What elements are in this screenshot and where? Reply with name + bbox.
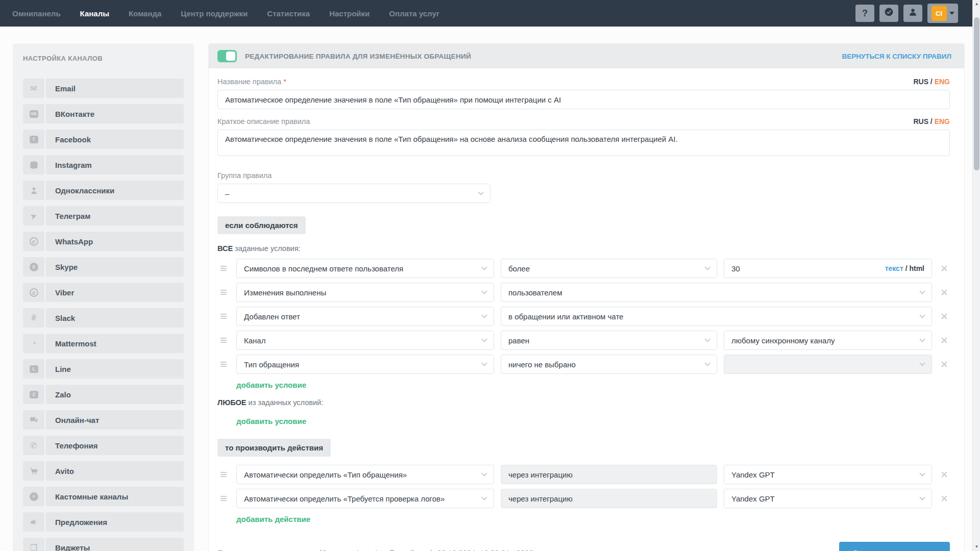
drag-handle-icon[interactable]: ≡ — [217, 263, 230, 273]
sidebar-item-avito[interactable]: Avito — [23, 461, 184, 481]
sidebar-item-mattermost[interactable]: ◔ Mattermost — [23, 334, 184, 353]
sidebar-item-telegram[interactable]: ➤ Телеграм — [23, 206, 184, 226]
sidebar-item-telephony[interactable]: ✆ Телефония — [23, 436, 184, 455]
sidebar-item-line[interactable]: L Line — [23, 359, 184, 379]
sidebar-item-offers[interactable]: Предложения — [23, 512, 184, 532]
channel-list: ✉ Email VK ВКонтакте f Facebook Instagra… — [23, 79, 184, 551]
lang-rus[interactable]: RUS — [913, 117, 928, 126]
cancel-link[interactable]: отменить — [789, 548, 825, 551]
condition-operator-select[interactable]: ничего не выбрано — [501, 355, 717, 374]
drag-handle-icon[interactable]: ≡ — [217, 359, 230, 369]
scroll-up-arrow[interactable]: ▲ — [973, 0, 980, 8]
remove-condition-button[interactable]: ✕ — [939, 263, 950, 274]
channels-sidebar: НАСТРОЙКА КАНАЛОВ ✉ Email VK ВКонтакте f… — [13, 43, 194, 551]
sidebar-item-odnoklassniki[interactable]: Одноклассники — [23, 181, 184, 200]
drag-handle-icon[interactable]: ≡ — [217, 335, 230, 345]
drag-handle-icon[interactable]: ≡ — [217, 311, 230, 321]
verified-button[interactable] — [879, 5, 898, 22]
user-button[interactable] — [903, 5, 922, 22]
back-to-rules-link[interactable]: ВЕРНУТЬСЯ К СПИСКУ ПРАВИЛ — [842, 53, 951, 60]
html-mode-active: html — [909, 264, 924, 272]
sidebar-item-email[interactable]: ✉ Email — [23, 79, 184, 98]
lang-rus[interactable]: RUS — [913, 78, 928, 86]
nav-item-statistics[interactable]: Статистика — [267, 9, 310, 18]
sidebar-item-label: Skype — [46, 257, 184, 277]
drag-handle-icon[interactable]: ≡ — [217, 493, 230, 504]
sidebar-item-widgets[interactable]: ❒ Виджеты — [23, 538, 184, 551]
help-button[interactable]: ? — [855, 5, 874, 22]
chevron-down-icon — [481, 312, 487, 318]
sidebar-item-vkontakte[interactable]: VK ВКонтакте — [23, 104, 184, 123]
scroll-down-arrow[interactable]: ▼ — [973, 543, 980, 551]
sidebar-item-instagram[interactable]: Instagram — [23, 155, 184, 174]
condition-field-select[interactable]: Тип обращения — [236, 355, 494, 374]
skype-icon: S — [23, 257, 44, 277]
chevron-down-icon — [481, 470, 487, 476]
sidebar-item-custom-channels[interactable]: + Кастомные каналы — [23, 487, 184, 506]
sidebar-item-viber[interactable]: ✆ Viber — [23, 283, 184, 302]
sidebar-item-skype[interactable]: S Skype — [23, 257, 184, 277]
rule-name-input[interactable]: Автоматическое определение значения в по… — [217, 90, 950, 109]
nav-item-team[interactable]: Команда — [129, 9, 161, 18]
lang-eng[interactable]: ENG — [935, 117, 950, 126]
sidebar-item-whatsapp[interactable]: ✆ WhatsApp — [23, 232, 184, 251]
rule-enabled-toggle[interactable] — [217, 50, 237, 62]
condition-operator-select[interactable]: более — [501, 259, 717, 278]
account-menu-button[interactable]: CI — [927, 4, 958, 23]
condition-value-select[interactable]: любому синхронному каналу — [724, 331, 932, 350]
condition-value-input[interactable]: 30текст / html — [724, 259, 932, 278]
nav-item-omnipanel[interactable]: Омнипанель — [12, 9, 61, 18]
zalo-icon: Z — [23, 385, 44, 404]
lang-eng[interactable]: ENG — [935, 78, 950, 86]
remove-action-button[interactable]: ✕ — [939, 493, 950, 505]
email-icon: ✉ — [23, 79, 44, 98]
text-mode-link[interactable]: текст — [885, 264, 903, 272]
sidebar-item-facebook[interactable]: f Facebook — [23, 130, 184, 149]
sidebar-item-label: WhatsApp — [46, 232, 184, 251]
sidebar-item-label: Онлайн-чат — [46, 410, 184, 430]
value-mode-switch: текст / html — [885, 264, 924, 272]
condition-field-select[interactable]: Изменения выполнены — [236, 283, 494, 302]
sidebar-item-slack[interactable]: # Slack — [23, 308, 184, 328]
condition-operator-select[interactable]: равен — [501, 331, 717, 350]
action-select[interactable]: Автоматически определить «Требуется пров… — [236, 489, 494, 508]
rule-group-select[interactable]: – — [217, 184, 491, 203]
rule-description-input[interactable]: Автоматическое определение значения в по… — [217, 130, 950, 156]
condition-operator-select[interactable]: в обращении или активном чате — [501, 307, 932, 326]
condition-field-select[interactable]: Канал — [236, 331, 494, 350]
action-integration-select[interactable]: Yandex GPT — [724, 489, 932, 508]
if-conditions-badge: если соблюдаются — [217, 216, 306, 234]
add-condition-link[interactable]: добавить условие — [236, 381, 306, 389]
scrollbar-thumb[interactable] — [974, 17, 979, 170]
remove-condition-button[interactable]: ✕ — [939, 359, 950, 370]
help-icon: ? — [862, 8, 868, 19]
nav-item-support-center[interactable]: Центр поддержки — [181, 9, 248, 18]
remove-condition-button[interactable]: ✕ — [939, 335, 950, 346]
nav-item-settings[interactable]: Настройки — [329, 9, 370, 18]
add-condition-link[interactable]: добавить условие — [236, 417, 306, 425]
remove-condition-button[interactable]: ✕ — [939, 287, 950, 298]
condition-operator-select[interactable]: пользователем — [501, 283, 932, 302]
sidebar-item-online-chat[interactable]: Онлайн-чат — [23, 410, 184, 430]
sidebar-item-zalo[interactable]: Z Zalo — [23, 385, 184, 404]
save-button[interactable]: Сохранить изменения — [839, 542, 950, 551]
condition-field-select[interactable]: Символов в последнем ответе пользователя — [236, 259, 494, 278]
add-action-link[interactable]: добавить действие — [236, 515, 310, 523]
mattermost-icon: ◔ — [23, 334, 44, 353]
nav-item-billing[interactable]: Оплата услуг — [389, 9, 439, 18]
chevron-down-icon — [481, 288, 487, 294]
remove-condition-button[interactable]: ✕ — [939, 311, 950, 322]
drag-handle-icon[interactable]: ≡ — [217, 287, 230, 297]
remove-action-button[interactable]: ✕ — [939, 469, 950, 481]
action-method-field: через интеграцию — [501, 489, 717, 508]
nav-item-channels[interactable]: Каналы — [80, 9, 109, 18]
action-select[interactable]: Автоматически определить «Тип обращения» — [236, 465, 494, 484]
chevron-down-icon — [481, 336, 487, 342]
avatar: CI — [932, 6, 947, 21]
plus-circle-icon: + — [23, 487, 44, 506]
action-integration-select[interactable]: Yandex GPT — [724, 465, 932, 484]
drag-handle-icon[interactable]: ≡ — [217, 469, 230, 480]
condition-field-select[interactable]: Добавлен ответ — [236, 307, 494, 326]
chevron-down-icon — [949, 12, 954, 15]
action-method-field: через интеграцию — [501, 465, 717, 484]
